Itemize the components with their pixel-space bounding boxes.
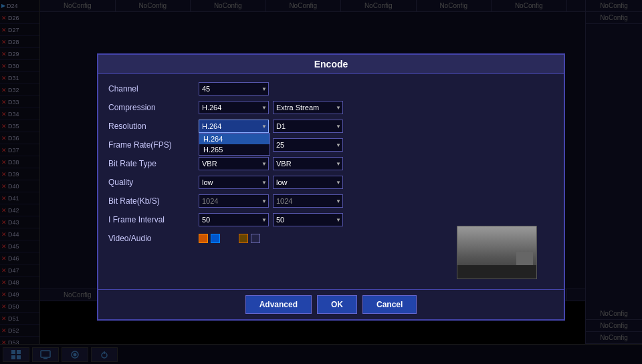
resolution2-select[interactable]: D1 CIF QCIF: [273, 120, 343, 133]
preview-thumbnail: [457, 226, 537, 279]
quality-dropdown-wrapper[interactable]: low medium high: [199, 176, 269, 189]
form-row-bitratek: Bit Rate(Kb/S) 1024 1024: [108, 193, 554, 209]
bitrate-type2-dropdown-wrapper[interactable]: VBR CBR: [273, 157, 343, 170]
controls-bitratek: 1024 1024: [199, 194, 343, 208]
iframe2-dropdown-wrapper[interactable]: 50 25: [273, 213, 343, 226]
channel-dropdown-wrapper[interactable]: 45: [199, 82, 269, 96]
channel-select[interactable]: 45: [199, 82, 269, 96]
bitratek2-select[interactable]: 1024: [273, 194, 343, 208]
bitrate-type2-select[interactable]: VBR CBR: [273, 157, 343, 170]
compression-select[interactable]: H.264 H.265: [199, 101, 269, 114]
modal-title: Encode: [98, 55, 564, 74]
resolution-select[interactable]: H.264 H.265: [199, 120, 269, 133]
label-iframe: I Frame Interval: [108, 215, 199, 224]
form-row-resolution: Resolution H.264 H.265 H.264 H.265 D1: [108, 118, 554, 134]
preview-floor: [457, 265, 536, 279]
dropdown-item-h265[interactable]: H.265: [199, 144, 270, 155]
label-resolution: Resolution: [108, 122, 199, 131]
form-row-quality: Quality low medium high low medium high: [108, 174, 554, 190]
dropdown-item-h264[interactable]: H.264: [199, 134, 270, 144]
quality2-select[interactable]: low medium high: [273, 176, 343, 189]
label-bitratek: Bit Rate(Kb/S): [108, 196, 199, 206]
form-row-channel: Channel 45: [108, 81, 554, 97]
bitrate-type-select[interactable]: VBR CBR: [199, 157, 269, 170]
audio-checkbox-1[interactable]: [211, 234, 220, 243]
form-row-compression: Compression H.264 H.265 Extra Stream Mai…: [108, 100, 554, 116]
resolution2-dropdown-wrapper[interactable]: D1 CIF QCIF: [273, 120, 343, 133]
ok-button[interactable]: OK: [317, 295, 357, 314]
bitratek-dropdown-wrapper[interactable]: 1024: [199, 194, 269, 208]
stream-select[interactable]: Extra Stream Main Stream: [273, 101, 343, 114]
resolution-dropdown-list: H.264 H.265: [199, 133, 270, 156]
controls-compression: H.264 H.265 Extra Stream Main Stream: [199, 101, 343, 114]
encode-modal: Encode Channel 45 Compression H.264 H.2: [97, 53, 565, 321]
resolution-dropdown-wrapper[interactable]: H.264 H.265 H.264 H.265: [199, 120, 269, 133]
controls-bitrate-type: VBR CBR VBR CBR: [199, 157, 343, 170]
label-channel: Channel: [108, 84, 199, 94]
iframe2-select[interactable]: 50 25: [273, 213, 343, 226]
bitratek-select[interactable]: 1024: [199, 194, 269, 208]
fps2-dropdown-wrapper[interactable]: 25: [273, 138, 343, 152]
controls-quality: low medium high low medium high: [199, 176, 343, 189]
controls-resolution: H.264 H.265 H.264 H.265 D1 CIF QCIF: [199, 120, 343, 133]
label-framerate: Frame Rate(FPS): [108, 140, 199, 150]
form-row-bitrate-type: Bit Rate Type VBR CBR VBR CBR: [108, 156, 554, 172]
label-quality: Quality: [108, 178, 199, 187]
cancel-button[interactable]: Cancel: [362, 295, 417, 314]
controls-iframe: 50 25 50 25: [199, 213, 343, 226]
modal-footer: Advanced OK Cancel: [98, 289, 564, 319]
stream-dropdown-wrapper[interactable]: Extra Stream Main Stream: [273, 101, 343, 114]
form-row-framerate: Frame Rate(FPS) 25 25: [108, 137, 554, 153]
label-compression: Compression: [108, 103, 199, 112]
iframe-select[interactable]: 50 25: [199, 213, 269, 226]
quality2-dropdown-wrapper[interactable]: low medium high: [273, 176, 343, 189]
quality-select[interactable]: low medium high: [199, 176, 269, 189]
bitratek2-dropdown-wrapper[interactable]: 1024: [273, 194, 343, 208]
preview-image: [457, 226, 536, 279]
label-bitrate-type: Bit Rate Type: [108, 159, 199, 168]
label-video-audio: Video/Audio: [108, 234, 199, 243]
compression-dropdown-wrapper[interactable]: H.264 H.265: [199, 101, 269, 114]
fps2-select[interactable]: 25: [273, 138, 343, 152]
controls-channel: 45: [199, 82, 269, 96]
bitrate-type-dropdown-wrapper[interactable]: VBR CBR: [199, 157, 269, 170]
advanced-button[interactable]: Advanced: [245, 295, 312, 314]
iframe-dropdown-wrapper[interactable]: 50 25: [199, 213, 269, 226]
audio-checkbox-2[interactable]: [251, 234, 260, 243]
video-checkbox-1[interactable]: [199, 234, 208, 243]
video-checkbox-2[interactable]: [239, 234, 248, 243]
controls-video-audio: [199, 234, 260, 243]
